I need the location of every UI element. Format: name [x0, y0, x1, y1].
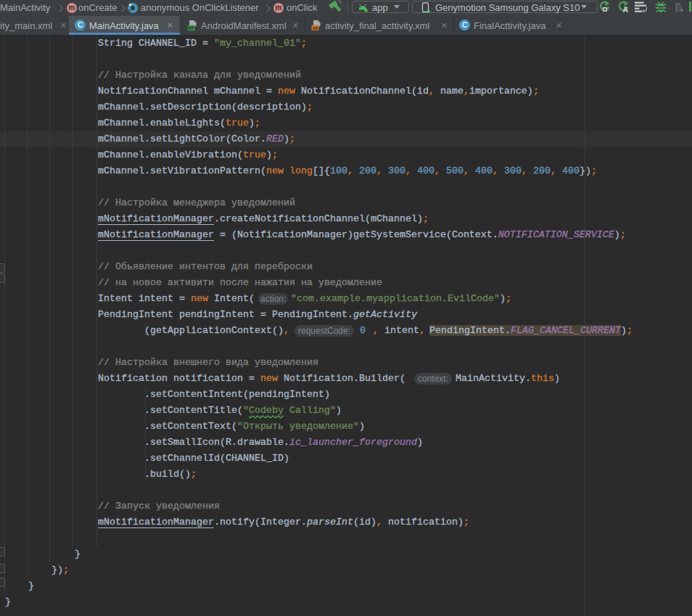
svg-text:cx: cx	[313, 25, 318, 30]
svg-text:A: A	[623, 5, 629, 13]
svg-text:MF: MF	[188, 25, 194, 30]
